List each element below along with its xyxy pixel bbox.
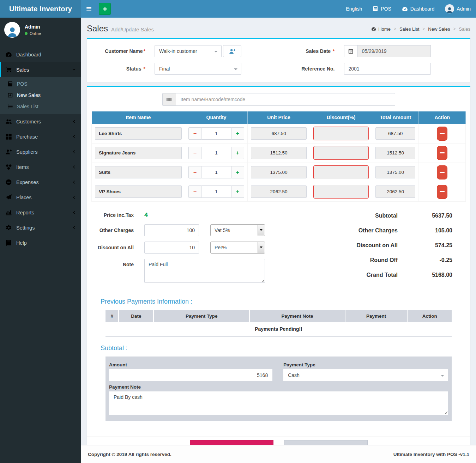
sidebar-item-label: Items <box>16 164 29 170</box>
item-search-input[interactable] <box>176 93 395 105</box>
item-name-input[interactable] <box>95 166 182 178</box>
quantity-decrease-button[interactable]: − <box>188 166 201 178</box>
payments-empty-message: Payments Pending!! <box>106 322 452 337</box>
payment-note-textarea[interactable]: Paid By cash <box>109 391 448 415</box>
amount-input[interactable] <box>109 369 272 381</box>
item-name-input[interactable] <box>95 185 182 198</box>
payment-type-value: Cash <box>288 372 300 378</box>
customer-name-select[interactable]: Walk-in customer <box>155 45 222 57</box>
item-search-wrap <box>91 93 466 106</box>
previous-payments-table: # Date Payment Type Payment Note Payment… <box>106 310 452 337</box>
discount-input[interactable] <box>313 146 369 160</box>
quantity-input[interactable] <box>201 147 231 159</box>
quantity-increase-button[interactable]: + <box>231 147 244 159</box>
quick-add-button[interactable] <box>99 3 111 15</box>
sidebar-item-places[interactable]: Places <box>0 190 81 205</box>
sidebar-item-expenses[interactable]: Expenses <box>0 175 81 190</box>
cubes-icon <box>5 164 12 170</box>
breadcrumb-new-sales[interactable]: New Sales <box>419 26 450 32</box>
quantity-increase-button[interactable]: + <box>231 127 244 140</box>
item-name-input[interactable] <box>95 147 182 159</box>
quantity-decrease-button[interactable]: − <box>188 147 201 159</box>
discount-type-select[interactable]: Per% <box>210 242 265 254</box>
item-name-input[interactable] <box>95 127 182 140</box>
app-logo[interactable]: Ultimate Inventory <box>0 0 81 18</box>
main-content: Sales Add/Update Sales Home Sales List N… <box>81 18 476 445</box>
close-button[interactable]: Close <box>284 440 368 445</box>
quantity-decrease-button[interactable]: − <box>188 185 201 198</box>
discount-total-value: 574.25 <box>398 242 452 249</box>
discount-input[interactable] <box>313 127 369 140</box>
discount-input[interactable] <box>313 185 369 199</box>
cart-icon <box>5 66 12 73</box>
payment-entry-panel: Amount Payment Type Cash Payment Note Pa… <box>106 357 452 421</box>
quantity-input[interactable] <box>201 185 231 198</box>
sidebar-item-items[interactable]: Items <box>0 159 81 175</box>
col-unit-price: Unit Price <box>248 111 310 124</box>
discount-on-all-input[interactable] <box>144 242 199 254</box>
sidebar-item-help[interactable]: Help <box>0 235 81 250</box>
table-row: − + <box>92 143 466 163</box>
status-select[interactable]: Final <box>155 63 241 75</box>
breadcrumb-home[interactable]: Home <box>371 26 391 32</box>
save-button[interactable]: Save <box>190 440 273 445</box>
total-amount-input[interactable] <box>375 185 416 198</box>
language-menu[interactable]: English <box>341 4 367 13</box>
discount-input[interactable] <box>313 165 369 179</box>
sidebar-item-dashboard[interactable]: Dashboard <box>0 47 81 62</box>
sale-items-panel: Item Name Quantity Unit Price Discount(%… <box>87 86 470 445</box>
chevron-left-icon <box>72 150 76 154</box>
unit-price-input[interactable] <box>251 147 307 159</box>
unit-price-input[interactable] <box>251 166 307 178</box>
sidebar-toggle-button[interactable] <box>81 0 97 18</box>
col-total-amount: Total Amount <box>372 111 419 124</box>
sidebar-item-pos[interactable]: POS <box>0 78 81 90</box>
minus-circle-icon <box>5 179 12 185</box>
dashboard-label: Dashboard <box>410 6 435 12</box>
other-charges-type-select[interactable]: Vat 5% <box>210 224 265 236</box>
sidebar: Admin Online Dashboard Sales POS <box>0 18 81 463</box>
total-amount-input[interactable] <box>375 166 416 178</box>
sales-date-input[interactable] <box>357 45 431 57</box>
remove-item-button[interactable] <box>437 127 447 141</box>
sidebar-item-purchase[interactable]: Purchase <box>0 129 81 144</box>
pos-link[interactable]: POS <box>367 4 397 13</box>
dashboard-link[interactable]: Dashboard <box>397 4 440 13</box>
sidebar-item-sales-list[interactable]: Sales List <box>0 101 81 112</box>
unit-price-input[interactable] <box>251 185 307 198</box>
reference-input[interactable] <box>344 63 431 75</box>
calendar-addon[interactable] <box>344 45 357 57</box>
items-table-body: − + − + <box>92 124 466 201</box>
quantity-input[interactable] <box>201 166 231 178</box>
payment-type-select[interactable]: Cash <box>283 369 448 381</box>
price-inc-tax-check[interactable]: 4 <box>144 212 148 219</box>
total-amount-input[interactable] <box>375 147 416 159</box>
note-textarea[interactable]: Paid Full <box>144 259 265 283</box>
other-charges-input[interactable] <box>144 224 199 236</box>
online-status-label: Online <box>30 31 41 36</box>
remove-item-button[interactable] <box>437 185 447 199</box>
quantity-input[interactable] <box>201 127 231 140</box>
sidebar-user-status[interactable]: Online <box>25 31 41 36</box>
quantity-increase-button[interactable]: + <box>231 166 244 178</box>
remove-item-button[interactable] <box>437 165 447 179</box>
sidebar-item-sales[interactable]: Sales <box>0 62 81 77</box>
col-action: Action <box>419 111 466 124</box>
add-customer-button[interactable] <box>223 45 241 57</box>
chevron-down-icon <box>234 68 237 70</box>
quantity-increase-button[interactable]: + <box>231 185 244 198</box>
breadcrumb: Home Sales List New Sales Sales <box>371 26 470 32</box>
items-table-head: Item Name Quantity Unit Price Discount(%… <box>92 111 466 124</box>
unit-price-input[interactable] <box>251 127 307 140</box>
remove-item-button[interactable] <box>437 146 447 160</box>
total-amount-input[interactable] <box>375 127 416 140</box>
breadcrumb-sales-list[interactable]: Sales List <box>391 26 419 32</box>
sidebar-item-reports[interactable]: Reports <box>0 205 81 220</box>
quantity-decrease-button[interactable]: − <box>188 127 201 140</box>
sidebar-item-new-sales[interactable]: New Sales <box>0 90 81 101</box>
user-menu[interactable]: Admin <box>440 4 476 13</box>
sidebar-item-suppliers[interactable]: Suppliers <box>0 144 81 159</box>
sidebar-item-customers[interactable]: Customers <box>0 114 81 129</box>
chevron-down-icon <box>72 67 76 72</box>
sidebar-item-settings[interactable]: Settings <box>0 220 81 235</box>
